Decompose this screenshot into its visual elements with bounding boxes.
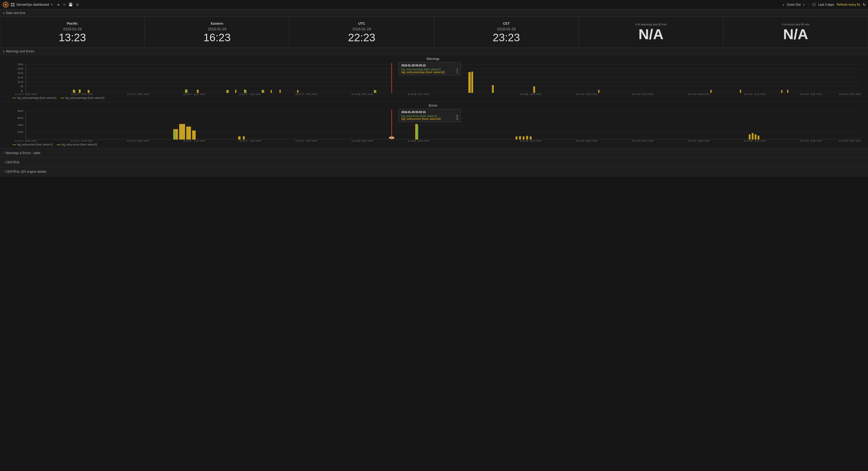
warnings-legend-item-1: log_entry.warnings {host: winsrv1}	[12, 97, 56, 99]
errors-count-cell: # of errors last 60 min N/A	[723, 16, 868, 48]
svg-rect-4	[11, 3, 12, 4]
svg-rect-108	[523, 136, 525, 139]
datetime-section-header[interactable]: ▾ Date and time	[0, 9, 868, 16]
svg-text:1/29 00:00: 1/29 00:00	[575, 140, 597, 142]
svg-rect-113	[754, 134, 756, 139]
refresh-icon[interactable]: ↻	[863, 3, 866, 7]
svg-rect-69	[263, 90, 264, 93]
zoom-out-button[interactable]: Zoom Out	[787, 3, 801, 6]
svg-text:1/27 16:00: 1/27 16:00	[239, 93, 261, 95]
central-section-header[interactable]: › CENTRAL	[0, 158, 868, 167]
warnings-chart-title: Warnings	[2, 57, 864, 61]
dropdown-chevron[interactable]: ▼	[51, 3, 53, 6]
svg-text:1/29 04:00: 1/29 04:00	[631, 93, 654, 95]
pacific-cell: Pacific 2018-01-29 13:23	[0, 16, 145, 48]
pacific-time: 13:23	[59, 32, 86, 43]
svg-rect-65	[74, 90, 75, 93]
utc-date: 2018-01-29	[352, 27, 371, 31]
charts-container: Warnings 30 25 20 15 10 5 1	[0, 55, 868, 148]
svg-rect-55	[374, 90, 375, 93]
central-qix-section-label: CENTRAL QIX engine details	[5, 170, 46, 173]
next-arrow-icon[interactable]: ›	[803, 2, 805, 7]
svg-rect-62	[740, 90, 741, 93]
svg-text:1/28 04:00: 1/28 04:00	[407, 140, 429, 142]
warnings-legend-item-2: log_entry.warnings {host: winsrv2}	[60, 97, 104, 99]
svg-rect-114	[758, 136, 760, 139]
central-qix-section-header[interactable]: › CENTRAL QIX engine details	[0, 167, 868, 176]
errors-chart-wrapper: Errors 80 60 40 20	[0, 102, 868, 148]
svg-rect-51	[262, 90, 263, 93]
svg-rect-102	[238, 136, 241, 139]
svg-rect-44	[79, 90, 81, 93]
prev-arrow-icon[interactable]: ‹	[783, 2, 784, 7]
share-icon[interactable]: ⎘	[63, 3, 65, 6]
grid-icon	[11, 3, 14, 6]
svg-text:1/29 16:00: 1/29 16:00	[800, 93, 822, 95]
svg-text:1/27 08:00: 1/27 08:00	[127, 93, 149, 95]
central-section-label: CENTRAL	[5, 161, 20, 164]
save-icon[interactable]: 💾	[68, 3, 73, 6]
svg-rect-58	[492, 85, 494, 93]
svg-line-10	[814, 5, 814, 5]
svg-text:1/27 20:00: 1/27 20:00	[295, 140, 317, 142]
errors-chart-area[interactable]: 80 60 40 20 1/27 00:00 1/27 04:00 1/27 0…	[2, 108, 864, 142]
errors-chart-title: Errors	[2, 104, 864, 107]
topbar-right: ‹ Zoom Out › Last 3 days Refresh every 5…	[783, 2, 866, 7]
divider	[808, 2, 809, 7]
eastern-label: Eastern	[211, 22, 223, 25]
svg-text:1/29 20:00: 1/29 20:00	[839, 93, 861, 95]
svg-rect-67	[228, 90, 229, 93]
time-range-label[interactable]: Last 3 days	[818, 3, 834, 6]
svg-rect-109	[526, 136, 528, 139]
warnings-errors-section-header[interactable]: ▾ Warnings and Errors	[0, 48, 868, 55]
topbar: SenseOps dashboard ▼ ★ ⎘ 💾 ⚙ ‹ Zoom Out …	[0, 0, 868, 9]
pacific-label: Pacific	[67, 22, 78, 25]
svg-text:1/27 12:00: 1/27 12:00	[183, 140, 205, 142]
svg-rect-60	[598, 90, 599, 93]
svg-text:15: 15	[18, 76, 23, 79]
star-icon[interactable]: ★	[57, 3, 60, 7]
svg-rect-68	[245, 90, 247, 93]
cet-time: 23:23	[493, 32, 520, 43]
svg-rect-54	[297, 90, 299, 93]
svg-text:1/29 12:00: 1/29 12:00	[743, 140, 766, 142]
svg-rect-59	[533, 87, 535, 93]
warnings-count-value: N/A	[639, 27, 663, 41]
svg-text:1/27 00:00: 1/27 00:00	[14, 93, 37, 95]
warnings-chart-legend: log_entry.warnings {host: winsrv1} log_e…	[2, 97, 864, 99]
svg-point-2	[5, 4, 7, 6]
svg-rect-53	[280, 90, 281, 93]
svg-rect-66	[186, 90, 187, 93]
svg-text:1/28 04:00: 1/28 04:00	[407, 93, 429, 95]
svg-rect-115	[175, 130, 176, 139]
utc-label: UTC	[358, 22, 365, 25]
table-section-header[interactable]: › Warnings & Errors - table	[0, 148, 868, 158]
svg-point-105	[390, 137, 394, 139]
errors-chart-svg: 80 60 40 20 1/27 00:00 1/27 04:00 1/27 0…	[2, 108, 864, 142]
topbar-icon-group: ★ ⎘ 💾 ⚙	[57, 3, 79, 7]
svg-text:40: 40	[18, 124, 23, 126]
table-section-chevron-icon: ›	[3, 152, 4, 154]
svg-text:1/27 04:00: 1/27 04:00	[71, 93, 93, 95]
svg-rect-7	[13, 5, 14, 6]
cet-cell: CET 2018-01-29 23:23	[434, 16, 579, 48]
svg-rect-49	[235, 90, 237, 93]
grafana-logo-icon[interactable]	[2, 1, 9, 8]
svg-text:20: 20	[18, 131, 23, 133]
svg-text:1/28 20:00: 1/28 20:00	[519, 93, 541, 95]
svg-rect-6	[11, 5, 12, 6]
svg-rect-110	[530, 136, 532, 139]
gear-icon[interactable]: ⚙	[76, 3, 79, 7]
svg-text:1/27 16:00: 1/27 16:00	[239, 140, 261, 142]
svg-text:1/27 08:00: 1/27 08:00	[127, 140, 149, 142]
errors-legend-color-1	[12, 144, 16, 145]
svg-text:80: 80	[18, 110, 23, 112]
warnings-chart-area[interactable]: 30 25 20 15 10 5 1 1/27 00:00 1/27 04:00…	[2, 62, 864, 95]
svg-text:60: 60	[18, 117, 23, 119]
warnings-legend-label-1: log_entry.warnings {host: winsrv1}	[17, 97, 56, 99]
svg-rect-5	[13, 3, 14, 4]
warnings-legend-color-2	[60, 98, 64, 98]
svg-rect-63	[781, 90, 783, 93]
refresh-rate-button[interactable]: Refresh every 5s	[837, 3, 860, 6]
errors-count-label: # of errors last 60 min	[782, 23, 809, 26]
